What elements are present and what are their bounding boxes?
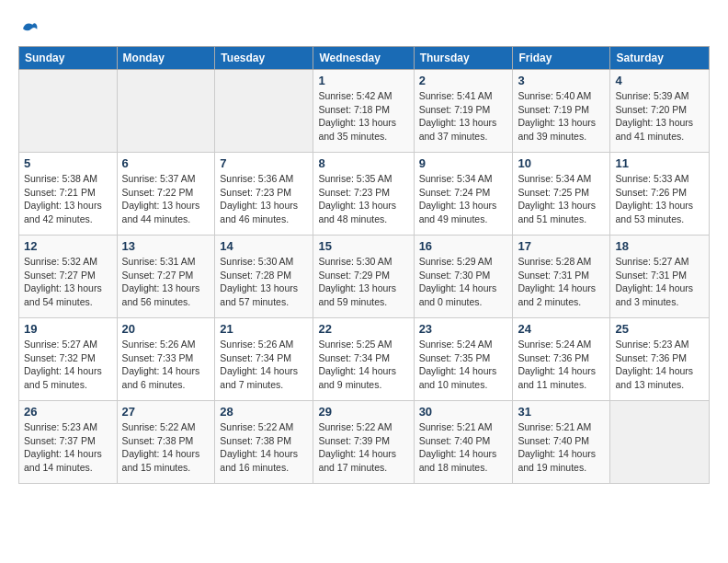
day-info: Sunrise: 5:30 AMSunset: 7:28 PMDaylight:… bbox=[220, 255, 308, 309]
header bbox=[18, 18, 710, 37]
calendar-day-cell: 18Sunrise: 5:27 AMSunset: 7:31 PMDayligh… bbox=[610, 236, 710, 318]
calendar-week-row: 1Sunrise: 5:42 AMSunset: 7:18 PMDaylight… bbox=[19, 70, 710, 153]
day-info: Sunrise: 5:35 AMSunset: 7:23 PMDaylight:… bbox=[318, 172, 408, 226]
calendar-week-row: 5Sunrise: 5:38 AMSunset: 7:21 PMDaylight… bbox=[19, 153, 710, 236]
day-number: 21 bbox=[220, 322, 308, 336]
day-number: 19 bbox=[24, 322, 112, 336]
day-number: 7 bbox=[220, 156, 308, 170]
logo-icon bbox=[20, 18, 39, 37]
day-info: Sunrise: 5:37 AMSunset: 7:22 PMDaylight:… bbox=[122, 172, 210, 226]
calendar-day-cell: 22Sunrise: 5:25 AMSunset: 7:34 PMDayligh… bbox=[313, 318, 414, 401]
day-number: 26 bbox=[24, 405, 112, 419]
day-number: 17 bbox=[518, 239, 605, 253]
day-number: 1 bbox=[318, 74, 408, 87]
day-info: Sunrise: 5:24 AMSunset: 7:36 PMDaylight:… bbox=[518, 338, 605, 392]
day-info: Sunrise: 5:41 AMSunset: 7:19 PMDaylight:… bbox=[419, 89, 508, 144]
day-number: 31 bbox=[518, 405, 605, 419]
calendar-day-cell: 3Sunrise: 5:40 AMSunset: 7:19 PMDaylight… bbox=[513, 70, 610, 153]
day-info: Sunrise: 5:36 AMSunset: 7:23 PMDaylight:… bbox=[220, 172, 308, 226]
calendar-day-cell: 29Sunrise: 5:22 AMSunset: 7:39 PMDayligh… bbox=[313, 401, 414, 484]
day-info: Sunrise: 5:27 AMSunset: 7:31 PMDaylight:… bbox=[615, 255, 704, 309]
day-info: Sunrise: 5:26 AMSunset: 7:33 PMDaylight:… bbox=[122, 338, 210, 392]
day-info: Sunrise: 5:27 AMSunset: 7:32 PMDaylight:… bbox=[24, 338, 112, 392]
calendar-day-cell: 20Sunrise: 5:26 AMSunset: 7:33 PMDayligh… bbox=[117, 318, 215, 401]
day-number: 22 bbox=[318, 322, 408, 336]
calendar-day-cell: 13Sunrise: 5:31 AMSunset: 7:27 PMDayligh… bbox=[117, 236, 215, 318]
calendar-day-cell: 19Sunrise: 5:27 AMSunset: 7:32 PMDayligh… bbox=[19, 318, 118, 401]
day-number: 9 bbox=[419, 156, 508, 170]
day-info: Sunrise: 5:28 AMSunset: 7:31 PMDaylight:… bbox=[518, 255, 605, 309]
day-number: 25 bbox=[615, 322, 704, 336]
calendar-week-row: 12Sunrise: 5:32 AMSunset: 7:27 PMDayligh… bbox=[19, 236, 710, 318]
day-number: 14 bbox=[220, 239, 308, 253]
day-info: Sunrise: 5:21 AMSunset: 7:40 PMDaylight:… bbox=[518, 420, 605, 475]
calendar-day-cell: 25Sunrise: 5:23 AMSunset: 7:36 PMDayligh… bbox=[610, 318, 710, 401]
day-number: 28 bbox=[220, 405, 308, 419]
day-info: Sunrise: 5:33 AMSunset: 7:26 PMDaylight:… bbox=[615, 172, 704, 226]
day-info: Sunrise: 5:34 AMSunset: 7:24 PMDaylight:… bbox=[419, 172, 508, 226]
calendar-day-cell: 8Sunrise: 5:35 AMSunset: 7:23 PMDaylight… bbox=[313, 153, 414, 236]
day-number: 10 bbox=[518, 156, 605, 170]
weekday-header-friday: Friday bbox=[513, 47, 610, 70]
calendar-day-cell: 15Sunrise: 5:30 AMSunset: 7:29 PMDayligh… bbox=[313, 236, 414, 318]
weekday-header-wednesday: Wednesday bbox=[313, 47, 414, 70]
day-info: Sunrise: 5:31 AMSunset: 7:27 PMDaylight:… bbox=[122, 255, 210, 309]
day-info: Sunrise: 5:24 AMSunset: 7:35 PMDaylight:… bbox=[419, 338, 508, 392]
day-number: 16 bbox=[419, 239, 508, 253]
day-number: 6 bbox=[122, 156, 210, 170]
calendar-day-cell: 17Sunrise: 5:28 AMSunset: 7:31 PMDayligh… bbox=[513, 236, 610, 318]
calendar-week-row: 26Sunrise: 5:23 AMSunset: 7:37 PMDayligh… bbox=[19, 401, 710, 484]
day-number: 24 bbox=[518, 322, 605, 336]
weekday-header-tuesday: Tuesday bbox=[215, 47, 313, 70]
calendar-day-cell: 4Sunrise: 5:39 AMSunset: 7:20 PMDaylight… bbox=[610, 70, 710, 153]
calendar-day-cell bbox=[610, 401, 710, 484]
day-info: Sunrise: 5:23 AMSunset: 7:37 PMDaylight:… bbox=[24, 420, 112, 475]
calendar-day-cell: 6Sunrise: 5:37 AMSunset: 7:22 PMDaylight… bbox=[117, 153, 215, 236]
day-info: Sunrise: 5:39 AMSunset: 7:20 PMDaylight:… bbox=[615, 89, 704, 144]
weekday-header-row: SundayMondayTuesdayWednesdayThursdayFrid… bbox=[19, 47, 710, 70]
calendar-table: SundayMondayTuesdayWednesdayThursdayFrid… bbox=[18, 46, 710, 484]
day-info: Sunrise: 5:22 AMSunset: 7:38 PMDaylight:… bbox=[122, 420, 210, 475]
calendar-day-cell: 14Sunrise: 5:30 AMSunset: 7:28 PMDayligh… bbox=[215, 236, 313, 318]
day-info: Sunrise: 5:23 AMSunset: 7:36 PMDaylight:… bbox=[615, 338, 704, 392]
day-number: 23 bbox=[419, 322, 508, 336]
day-info: Sunrise: 5:26 AMSunset: 7:34 PMDaylight:… bbox=[220, 338, 308, 392]
day-number: 18 bbox=[615, 239, 704, 253]
day-number: 20 bbox=[122, 322, 210, 336]
calendar-day-cell: 12Sunrise: 5:32 AMSunset: 7:27 PMDayligh… bbox=[19, 236, 118, 318]
day-info: Sunrise: 5:22 AMSunset: 7:38 PMDaylight:… bbox=[220, 420, 308, 475]
calendar-day-cell: 30Sunrise: 5:21 AMSunset: 7:40 PMDayligh… bbox=[414, 401, 513, 484]
calendar-day-cell: 5Sunrise: 5:38 AMSunset: 7:21 PMDaylight… bbox=[19, 153, 118, 236]
calendar-day-cell: 28Sunrise: 5:22 AMSunset: 7:38 PMDayligh… bbox=[215, 401, 313, 484]
day-info: Sunrise: 5:40 AMSunset: 7:19 PMDaylight:… bbox=[518, 89, 605, 144]
weekday-header-sunday: Sunday bbox=[19, 47, 118, 70]
day-info: Sunrise: 5:32 AMSunset: 7:27 PMDaylight:… bbox=[24, 255, 112, 309]
day-info: Sunrise: 5:42 AMSunset: 7:18 PMDaylight:… bbox=[318, 89, 408, 144]
day-info: Sunrise: 5:38 AMSunset: 7:21 PMDaylight:… bbox=[24, 172, 112, 226]
day-number: 8 bbox=[318, 156, 408, 170]
day-number: 15 bbox=[318, 239, 408, 253]
calendar-day-cell: 31Sunrise: 5:21 AMSunset: 7:40 PMDayligh… bbox=[513, 401, 610, 484]
day-info: Sunrise: 5:29 AMSunset: 7:30 PMDaylight:… bbox=[419, 255, 508, 309]
day-info: Sunrise: 5:30 AMSunset: 7:29 PMDaylight:… bbox=[318, 255, 408, 309]
calendar-day-cell: 11Sunrise: 5:33 AMSunset: 7:26 PMDayligh… bbox=[610, 153, 710, 236]
calendar-day-cell: 1Sunrise: 5:42 AMSunset: 7:18 PMDaylight… bbox=[313, 70, 414, 153]
day-number: 29 bbox=[318, 405, 408, 419]
calendar-day-cell: 2Sunrise: 5:41 AMSunset: 7:19 PMDaylight… bbox=[414, 70, 513, 153]
calendar-day-cell: 26Sunrise: 5:23 AMSunset: 7:37 PMDayligh… bbox=[19, 401, 118, 484]
day-number: 4 bbox=[615, 74, 704, 87]
day-number: 5 bbox=[24, 156, 112, 170]
calendar-day-cell: 21Sunrise: 5:26 AMSunset: 7:34 PMDayligh… bbox=[215, 318, 313, 401]
day-number: 12 bbox=[24, 239, 112, 253]
weekday-header-thursday: Thursday bbox=[414, 47, 513, 70]
calendar-day-cell: 10Sunrise: 5:34 AMSunset: 7:25 PMDayligh… bbox=[513, 153, 610, 236]
weekday-header-monday: Monday bbox=[117, 47, 215, 70]
day-info: Sunrise: 5:25 AMSunset: 7:34 PMDaylight:… bbox=[318, 338, 408, 392]
calendar-day-cell: 7Sunrise: 5:36 AMSunset: 7:23 PMDaylight… bbox=[215, 153, 313, 236]
calendar-day-cell: 27Sunrise: 5:22 AMSunset: 7:38 PMDayligh… bbox=[117, 401, 215, 484]
day-info: Sunrise: 5:21 AMSunset: 7:40 PMDaylight:… bbox=[419, 420, 508, 475]
calendar-day-cell: 24Sunrise: 5:24 AMSunset: 7:36 PMDayligh… bbox=[513, 318, 610, 401]
logo bbox=[18, 18, 39, 37]
calendar-day-cell bbox=[117, 70, 215, 153]
calendar-day-cell bbox=[19, 70, 118, 153]
